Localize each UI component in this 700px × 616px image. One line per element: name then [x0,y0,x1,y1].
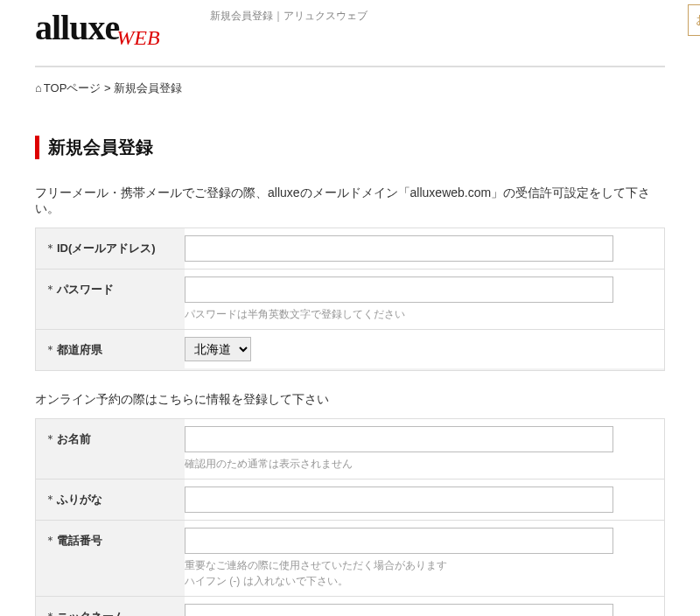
row-password: パスワード パスワードは半角英数文字で登録してください [35,270,665,330]
label-name: お名前 [36,419,185,459]
password-field[interactable] [185,276,613,303]
label-prefecture: 都道府県 [36,330,185,370]
label-phone: 電話番号 [36,521,185,561]
row-name: お名前 確認用のため通常は表示されません [35,418,665,480]
hint-name: 確認用のため通常は表示されません [185,456,655,472]
label-furigana: ふりがな [36,480,185,520]
logo-sub: WEB [116,26,159,49]
hint-password: パスワードは半角英数文字で登録してください [185,306,655,322]
breadcrumb-sep: > [101,81,114,94]
page-subtitle: 新規会員登録｜アリュクスウェブ [210,9,368,24]
name-field[interactable] [185,426,613,452]
hint-phone: 重要なご連絡の際に使用させていただく場合があります ハイフン (-) は入れない… [185,557,655,589]
row-email: ID(メールアドレス) [35,228,665,270]
label-password: パスワード [36,270,185,310]
section2-instruction: オンライン予約の際はこちらに情報を登録して下さい [35,392,665,408]
page-title: 新規会員登録 [35,136,665,159]
email-field[interactable] [185,235,613,262]
breadcrumb-current: 新規会員登録 [114,81,182,94]
form-section-2: お名前 確認用のため通常は表示されません ふりがな 電話番号 重要なご連絡の際に… [35,418,665,616]
form-section-1: ID(メールアドレス) パスワード パスワードは半角英数文字で登録してください … [35,228,665,371]
row-prefecture: 都道府県 北海道 [35,330,665,371]
label-email: ID(メールアドレス) [36,228,185,269]
row-furigana: ふりがな [35,480,665,521]
logo-main: alluxe [35,8,119,47]
section1-instruction: フリーメール・携帯メールでご登録の際、alluxeのメールドメイン「alluxe… [35,186,665,217]
prefecture-select[interactable]: 北海道 [185,337,251,361]
home-icon: ⌂ [35,81,42,94]
header: 新規会員登録｜アリュクスウェブ alluxeWEB お [0,0,700,66]
furigana-field[interactable] [185,486,613,513]
breadcrumb: ⌂TOPページ > 新規会員登録 [0,67,700,109]
nickname-field[interactable] [185,604,613,616]
logo[interactable]: alluxeWEB [35,7,700,48]
row-nickname: ニックネーム [35,597,665,616]
row-phone: 電話番号 重要なご連絡の際に使用させていただく場合があります ハイフン (-) … [35,521,665,597]
phone-field[interactable] [185,528,613,554]
breadcrumb-home[interactable]: TOPページ [44,81,102,94]
label-nickname: ニックネーム [36,597,185,616]
right-button[interactable]: お [688,4,700,36]
